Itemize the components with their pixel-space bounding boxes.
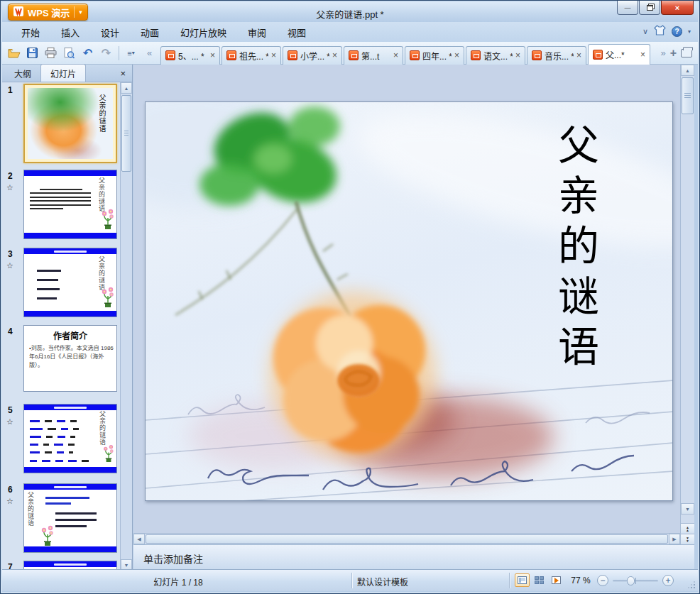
scrollbar-thumb[interactable] <box>121 95 131 172</box>
current-slide[interactable]: 父亲的谜语 <box>145 101 673 501</box>
normal-view-button[interactable] <box>515 573 530 587</box>
wps-logo-icon <box>13 6 23 18</box>
doc-tab-4[interactable]: 第...t × <box>344 46 403 65</box>
menu-review[interactable]: 审阅 <box>237 23 277 42</box>
slide-title-bar <box>24 484 116 490</box>
doc-tab-7[interactable]: 音乐... * × <box>527 46 586 65</box>
mini-slide-title: 父亲的谜语 <box>26 491 35 527</box>
scroll-down-button[interactable]: ▼ <box>681 503 694 515</box>
thumbnail-image[interactable]: 父亲的谜语 <box>23 248 117 317</box>
slideshow-button[interactable] <box>549 573 564 587</box>
doc-tab-8-active[interactable]: 父...* × <box>588 44 650 65</box>
rose-photo-miniature: 父亲的谜语 <box>28 88 113 159</box>
help-dropdown-icon[interactable]: ▾ <box>688 28 691 35</box>
resize-grip[interactable] <box>686 579 696 589</box>
menu-insert[interactable]: 插入 <box>50 23 90 42</box>
scrollbar-thumb[interactable] <box>682 77 694 114</box>
open-button[interactable] <box>5 44 23 62</box>
tab-close-icon[interactable]: × <box>210 51 215 60</box>
toolbar-options-dropdown-icon: ▾ <box>132 50 135 56</box>
flower-clipart <box>40 524 55 549</box>
slide-editing-area[interactable]: 父亲的谜语 <box>133 65 680 533</box>
menu-view[interactable]: 视图 <box>277 23 317 42</box>
tab-close-icon[interactable]: × <box>640 50 645 59</box>
tab-close-icon[interactable]: × <box>515 51 520 60</box>
menu-design[interactable]: 设计 <box>90 23 130 42</box>
help-icon[interactable]: ? <box>672 26 682 37</box>
vertical-scrollbar[interactable]: ▲ ▼ ▲ ▲ ▼ ▼ <box>680 65 694 544</box>
thumbnail-scrollbar[interactable]: ▲ ▼ <box>120 82 132 571</box>
thumbnail-image-selected[interactable]: 父亲的谜语 <box>23 84 117 163</box>
menu-home[interactable]: 开始 <box>11 23 50 42</box>
tab-close-icon[interactable]: × <box>271 51 276 60</box>
new-document-button[interactable]: + <box>670 47 677 60</box>
tab-close-icon[interactable]: × <box>576 51 581 60</box>
zoom-in-button[interactable]: + <box>662 575 674 586</box>
scroll-tabs-left-button[interactable]: « <box>141 44 158 62</box>
thumbnail-image[interactable]: 父亲的谜语 <box>23 483 117 553</box>
thumbnail-image[interactable]: 父亲的谜语 <box>23 404 117 473</box>
tab-close-icon[interactable]: × <box>393 51 398 60</box>
menu-animation[interactable]: 动画 <box>130 23 170 42</box>
slide-thumbnail-6[interactable]: 6 ☆ 父亲的谜语 <box>5 483 119 553</box>
zoom-out-button[interactable]: − <box>597 575 608 586</box>
wps-app-menu-button[interactable]: WPS 演示 ▾ <box>8 4 88 21</box>
close-button[interactable]: × <box>661 1 694 15</box>
slide-thumbnail-1[interactable]: 1 父亲的谜语 <box>5 84 119 163</box>
tab-outline[interactable]: 大纲 <box>5 65 40 82</box>
customize-toolbar-button[interactable]: ≡▾ <box>122 44 140 62</box>
tab-list-button[interactable] <box>681 49 692 57</box>
print-button[interactable] <box>42 44 60 62</box>
slide-thumbnail-4[interactable]: 4 作者简介 •刘蕊，当代作家。本文选自 1986年6月16日《人民日报》（海外… <box>5 325 119 392</box>
slide-title-vertical[interactable]: 父亲的谜语 <box>545 123 605 375</box>
thumbnail-image[interactable]: 作者简介 •刘蕊，当代作家。本文选自 1986年6月16日《人民日报》（海外版）… <box>23 325 117 392</box>
zoom-slider[interactable] <box>613 580 658 582</box>
previous-slide-button[interactable]: ▲ ▲ <box>681 523 694 533</box>
thumbnail-image[interactable]: 父亲的谜语 <box>23 170 117 239</box>
doc-tab-3[interactable]: 小学... * × <box>283 46 342 65</box>
doc-tab-6[interactable]: 语文... * × <box>466 46 525 65</box>
next-slide-button[interactable]: ▼ ▼ <box>681 534 694 544</box>
scrollbar-thumb[interactable] <box>146 534 668 544</box>
skin-icon[interactable] <box>654 25 666 38</box>
doc-tab-5[interactable]: 四年... * × <box>405 46 464 65</box>
undo-button[interactable]: ↶ <box>79 44 97 62</box>
doc-tab-1[interactable]: 5、... * × <box>160 46 220 65</box>
tab-bar-right-controls: » + <box>657 47 695 60</box>
doc-tab-2[interactable]: 祖先... * × <box>222 46 281 65</box>
restore-button[interactable] <box>639 1 660 15</box>
ppt-file-icon <box>226 50 236 60</box>
panel-close-icon[interactable]: × <box>120 69 126 78</box>
collapse-ribbon-icon[interactable]: ∨ <box>642 27 648 36</box>
slide-thumbnail-3[interactable]: 3 ☆ 父亲的谜语 <box>5 248 119 317</box>
menu-slideshow[interactable]: 幻灯片放映 <box>170 23 237 42</box>
slide-thumbnail-5[interactable]: 5 ☆ 父亲的谜语 <box>5 404 119 473</box>
scroll-right-button[interactable]: ▶ <box>669 534 680 544</box>
window-controls: — × <box>616 1 694 15</box>
zoom-slider-handle[interactable] <box>627 576 635 585</box>
save-button[interactable] <box>23 44 41 62</box>
tab-slides[interactable]: 幻灯片 <box>40 64 86 82</box>
down-arrow-icon: ▼ <box>685 507 690 512</box>
scroll-tabs-right-button[interactable]: » <box>660 48 665 58</box>
title-bar: WPS 演示 ▾ 父亲的谜语.ppt * — × <box>2 2 698 22</box>
mini-slide-heading: 作者简介 <box>24 329 116 341</box>
horizontal-scrollbar[interactable]: ◀ ▶ <box>133 533 680 544</box>
undo-icon: ↶ <box>83 46 92 60</box>
print-preview-button[interactable] <box>60 44 78 62</box>
app-button-divider <box>74 6 75 18</box>
notes-placeholder[interactable]: 单击添加备注 <box>143 554 203 565</box>
tab-close-icon[interactable]: × <box>454 51 459 60</box>
text-blur-paragraph <box>30 186 91 212</box>
scroll-up-button[interactable]: ▲ <box>681 65 694 76</box>
design-template-name[interactable]: 默认设计模板 <box>357 576 408 588</box>
tab-close-icon[interactable]: × <box>332 51 337 60</box>
minimize-button[interactable]: — <box>617 1 638 15</box>
scroll-up-button[interactable]: ▲ <box>121 82 132 94</box>
redo-button[interactable]: ↷ <box>97 44 115 62</box>
notes-pane[interactable]: 单击添加备注 <box>133 544 694 571</box>
slide-thumbnail-2[interactable]: 2 ☆ 父亲的谜语 <box>5 170 119 239</box>
scroll-left-button[interactable]: ◀ <box>133 534 145 544</box>
slide-sorter-view-button[interactable] <box>532 573 547 587</box>
app-button-dropdown-icon[interactable]: ▾ <box>79 9 82 16</box>
